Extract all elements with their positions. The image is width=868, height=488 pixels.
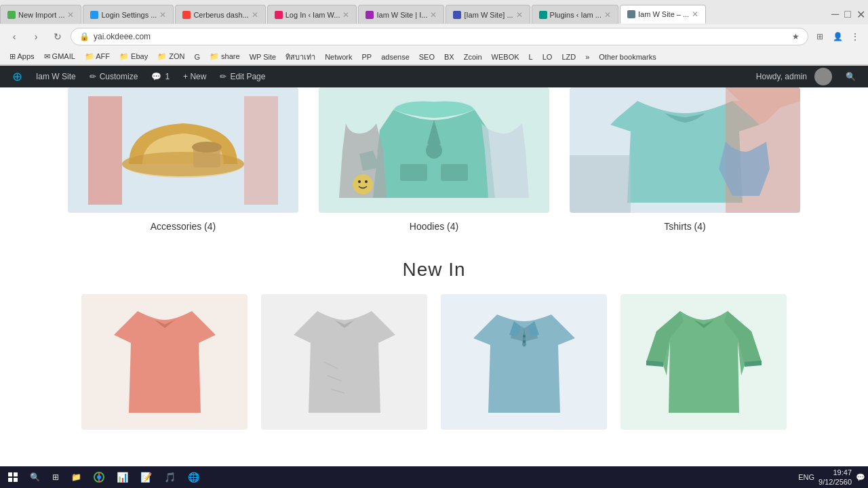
bookmark-gmail[interactable]: ✉ GMAIL <box>40 52 79 62</box>
product-card-1[interactable] <box>81 294 248 430</box>
product-card-4[interactable] <box>620 294 787 430</box>
bookmark-apps[interactable]: ⊞ Apps <box>5 52 39 62</box>
tab-iam-site[interactable]: Iam W Site | I... ✕ <box>358 5 444 24</box>
close-button[interactable]: ✕ <box>854 8 868 21</box>
taskbar-app-2[interactable]: 📝 <box>135 468 157 487</box>
taskbar-right: ENG 19:47 9/12/2560 💬 <box>798 468 865 487</box>
task-view-button[interactable]: ⊞ <box>47 468 64 487</box>
products-row <box>14 294 854 430</box>
search-button[interactable]: 🔍 <box>24 468 45 487</box>
taskbar-app-3[interactable]: 🎵 <box>159 468 181 487</box>
category-tshirts[interactable]: Tshirts (4) <box>570 87 800 232</box>
svg-point-24 <box>97 475 101 479</box>
new-item[interactable]: + New <box>176 66 213 87</box>
product-image-4 <box>636 301 772 423</box>
svg-rect-4 <box>88 96 122 205</box>
tab-close-icon[interactable]: ✕ <box>430 10 437 20</box>
forward-button[interactable]: › <box>27 28 45 45</box>
taskbar-app-4[interactable]: 🌐 <box>182 468 205 487</box>
tab-iam-active[interactable]: Iam W Site – ... ✕ <box>620 5 706 24</box>
category-hoodies-image <box>319 87 549 213</box>
tab-login-settings[interactable]: Login Settings ... ✕ <box>83 5 174 24</box>
site-name: Iam W Site <box>36 72 76 81</box>
tab-close-icon[interactable]: ✕ <box>67 10 74 20</box>
new-in-section: New In <box>0 245 868 436</box>
search-admin-item[interactable]: 🔍 <box>839 66 863 87</box>
tab-close-icon[interactable]: ✕ <box>516 10 523 20</box>
product-image-3 <box>456 301 592 423</box>
taskbar-apps: 📊 📝 🎵 🌐 <box>111 468 797 487</box>
extensions-icon[interactable]: ⊞ <box>812 29 827 44</box>
svg-point-11 <box>365 180 368 183</box>
bookmark-l[interactable]: L <box>525 52 537 62</box>
wp-logo-item[interactable]: ⊕ <box>5 66 29 87</box>
notification-icon[interactable]: 💬 <box>856 473 865 482</box>
bookmark-wpsite[interactable]: WP Site <box>245 52 281 62</box>
bookmark-seo[interactable]: SEO <box>415 52 439 62</box>
new-in-title: New In <box>14 259 854 281</box>
bookmark-thai[interactable]: ทิสบาเท่า <box>281 50 319 64</box>
product-card-2[interactable] <box>261 294 427 430</box>
tshirts-illustration <box>570 87 800 213</box>
start-button[interactable] <box>3 468 23 487</box>
categories-section: Accessories (4) <box>0 87 868 245</box>
bookmark-aff[interactable]: 📁 AFF <box>81 52 114 62</box>
bookmark-bx[interactable]: BX <box>440 52 458 62</box>
taskbar-app-1[interactable]: 📊 <box>111 468 134 487</box>
bookmark-lo[interactable]: LO <box>538 52 557 62</box>
bookmark-lzd[interactable]: LZD <box>557 52 580 62</box>
customize-icon: ✏ <box>90 72 96 81</box>
tab-new-import[interactable]: New Import ... ✕ <box>0 5 81 24</box>
customize-item[interactable]: ✏ Customize <box>83 66 145 87</box>
tab-close-icon[interactable]: ✕ <box>604 10 611 20</box>
category-accessories-label: Accessories (4) <box>151 221 216 232</box>
bookmark-more[interactable]: » <box>581 52 593 62</box>
tab-login[interactable]: Log In ‹ Iam W... ✕ <box>267 5 357 24</box>
svg-rect-8 <box>441 164 468 181</box>
browser-navigation-bar: ‹ › ↻ 🔒 yai.okdeee.com ★ ⊞ 👤 ⋮ <box>0 24 868 49</box>
tab-iam-mail[interactable]: [Iam W Site] ... ✕ <box>446 5 530 24</box>
svg-rect-13 <box>570 155 631 213</box>
search-admin-icon: 🔍 <box>846 72 856 81</box>
category-hoodies[interactable]: Hoodies (4) <box>319 87 549 232</box>
tab-close-icon[interactable]: ✕ <box>342 10 349 20</box>
hoodies-illustration <box>339 96 529 205</box>
bookmark-g[interactable]: G <box>190 52 204 62</box>
tab-close-icon[interactable]: ✕ <box>252 10 258 20</box>
product-card-3[interactable] <box>441 294 607 430</box>
svg-rect-19 <box>8 472 12 476</box>
refresh-button[interactable]: ↻ <box>49 28 66 45</box>
bookmark-webok[interactable]: WEBOK <box>488 52 524 62</box>
window-controls: ─ □ ✕ <box>829 8 868 21</box>
tab-plugins[interactable]: Plugins ‹ Iam ... ✕ <box>532 5 618 24</box>
bookmark-zon[interactable]: 📁 ZON <box>153 52 189 62</box>
bookmark-zcoin[interactable]: Zcoin <box>460 52 486 62</box>
bookmark-pp[interactable]: PP <box>358 52 376 62</box>
bookmark-ebay[interactable]: 📁 Ebay <box>115 52 152 62</box>
accessories-illustration <box>88 96 278 205</box>
tab-cerberus[interactable]: Cerberus dash... ✕ <box>175 5 265 24</box>
category-accessories[interactable]: Accessories (4) <box>68 87 298 232</box>
chrome-button[interactable] <box>88 468 110 487</box>
maximize-button[interactable]: □ <box>842 8 854 20</box>
minimize-button[interactable]: ─ <box>829 8 842 20</box>
comments-item[interactable]: 💬 1 <box>144 66 176 87</box>
back-button[interactable]: ‹ <box>5 28 23 45</box>
tab-close-icon[interactable]: ✕ <box>159 10 166 20</box>
howdy-item[interactable]: Howdy, admin <box>749 66 839 87</box>
bookmark-network[interactable]: Network <box>321 52 356 62</box>
avatar <box>814 68 832 85</box>
site-name-item[interactable]: Iam W Site <box>29 66 83 87</box>
edit-page-item[interactable]: ✏ Edit Page <box>213 66 272 87</box>
file-explorer-button[interactable]: 📁 <box>66 468 87 487</box>
svg-point-17 <box>523 335 526 338</box>
settings-icon[interactable]: ⋮ <box>848 29 863 44</box>
edit-page-label: Edit Page <box>230 72 265 81</box>
bookmark-other[interactable]: Other bookmarks <box>595 52 660 62</box>
profile-icon[interactable]: 👤 <box>830 29 845 44</box>
bookmark-adsense[interactable]: adsense <box>377 52 414 62</box>
address-bar[interactable]: 🔒 yai.okdeee.com ★ <box>71 28 808 45</box>
bookmark-share[interactable]: 📁 share <box>205 52 244 62</box>
svg-rect-5 <box>244 96 278 205</box>
tab-close-icon[interactable]: ✕ <box>692 9 698 19</box>
